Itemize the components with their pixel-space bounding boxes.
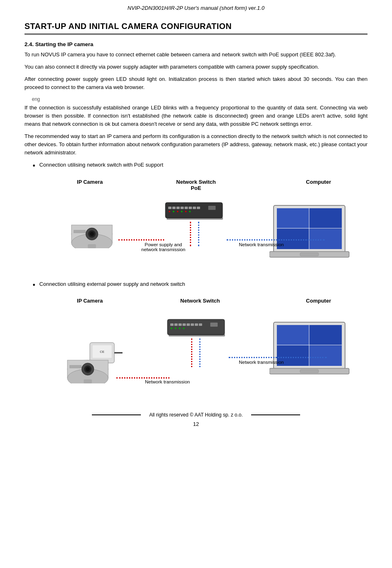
svg-point-13 <box>185 211 187 212</box>
svg-rect-4 <box>180 207 184 209</box>
dotted-line-switch-computer-1 <box>227 239 325 241</box>
bullet-dot-1: • <box>33 161 35 171</box>
diagram-2: IP Camera Network Switch Computer <box>41 298 351 396</box>
svg-point-61 <box>86 367 90 371</box>
footer-left-line <box>92 414 141 415</box>
svg-point-45 <box>175 327 176 329</box>
svg-rect-41 <box>191 323 194 326</box>
dotted-line-cam-switch-1 <box>118 239 164 241</box>
content-area: 2.4. Starting the IP camera To run NOVUS… <box>24 41 368 396</box>
dotted-switch-computer-2 <box>229 357 327 358</box>
eng-label: eng <box>32 96 40 102</box>
network-switch-poe-svg <box>163 199 225 222</box>
svg-rect-2 <box>172 207 176 209</box>
svg-rect-40 <box>187 323 190 326</box>
diagram2-network-trans-label1: Network transmission <box>229 360 294 365</box>
svg-rect-63 <box>84 379 92 383</box>
paragraph-1: To run NOVUS IP camera you have to conne… <box>24 51 368 59</box>
bullet-dot-2: • <box>33 280 35 290</box>
svg-rect-7 <box>193 207 196 209</box>
svg-rect-43 <box>199 323 202 326</box>
diagram1-switch-label: Network Switch PoE <box>167 179 225 191</box>
svg-rect-34 <box>300 253 318 256</box>
network-switch-svg-2 <box>165 316 227 339</box>
paragraph-2: You can also connect it directly via pow… <box>24 63 368 71</box>
diagram2-ip-camera-label: IP Camera <box>65 298 114 304</box>
svg-rect-28 <box>310 208 342 228</box>
svg-rect-67 <box>310 325 342 345</box>
svg-rect-24 <box>88 244 96 248</box>
svg-rect-37 <box>174 323 178 326</box>
computer-svg-1 <box>270 203 351 265</box>
computer-svg-2 <box>270 320 351 381</box>
svg-rect-49 <box>169 334 225 336</box>
svg-point-11 <box>177 211 178 212</box>
svg-rect-66 <box>277 325 309 345</box>
svg-rect-27 <box>277 208 309 228</box>
dotted-switch-down-2-blue <box>199 339 200 367</box>
bullet-text-2: Connection utilising external power supp… <box>39 280 185 288</box>
section-divider <box>24 33 368 35</box>
svg-point-22 <box>90 232 94 236</box>
svg-rect-8 <box>197 207 200 209</box>
ip-camera-svg-1 <box>65 220 118 248</box>
svg-rect-23 <box>74 230 86 233</box>
svg-rect-48 <box>210 323 218 327</box>
svg-point-12 <box>181 211 183 212</box>
svg-rect-3 <box>176 207 180 209</box>
paragraph-4: If the connection is successfully establ… <box>24 104 368 128</box>
page-header: NVIP-2DN3001H/IR-2P User's manual (short… <box>24 0 368 14</box>
svg-rect-16 <box>167 217 223 220</box>
bullet-item-1: • Connection utilising network switch wi… <box>33 161 368 171</box>
svg-point-46 <box>179 327 180 329</box>
diagram-1-container: IP Camera Network Switch PoE Computer <box>24 179 368 273</box>
svg-rect-1 <box>168 207 172 209</box>
svg-rect-0 <box>165 203 223 218</box>
svg-point-44 <box>171 327 172 329</box>
footer: All rights reserved © AAT Holding sp. z … <box>24 412 368 418</box>
bullet-item-2: • Connection utilising external power su… <box>33 280 368 290</box>
diagram2-computer-label: Computer <box>294 298 343 304</box>
svg-point-14 <box>189 211 191 212</box>
svg-text:CE: CE <box>100 350 104 354</box>
svg-rect-5 <box>185 207 188 209</box>
bullet-text-1: Connection utilising network switch with… <box>39 161 163 169</box>
section-title: START-UP AND INITIAL CAMERA CONFIGURATIO… <box>24 22 368 31</box>
dotted-line-switch-down-blue-1 <box>198 222 199 246</box>
page-number: 12 <box>24 421 368 427</box>
diagram2-network-trans-label2: Network transmission <box>135 379 200 384</box>
svg-point-10 <box>173 211 174 212</box>
diagram1-ip-camera-label: IP Camera <box>65 179 114 185</box>
diagram-2-container: IP Camera Network Switch Computer <box>24 298 368 396</box>
diagram1-network-trans-label: Network transmission <box>229 242 294 247</box>
diagram2-switch-label: Network Switch <box>172 298 229 304</box>
diagram1-power-label: Power supply and network transmission <box>131 242 196 252</box>
svg-rect-36 <box>170 323 174 326</box>
footer-right-line <box>251 414 300 415</box>
svg-rect-15 <box>208 206 216 210</box>
svg-rect-73 <box>300 370 318 373</box>
svg-point-9 <box>169 211 170 212</box>
svg-point-47 <box>183 327 185 329</box>
svg-rect-62 <box>69 365 82 368</box>
svg-rect-69 <box>310 346 342 366</box>
ip-camera-svg-2 <box>61 355 114 383</box>
paragraph-5: The recommended way to start an IP camer… <box>24 132 368 157</box>
paragraph-3: After connecting power supply green LED … <box>24 75 368 91</box>
svg-rect-38 <box>178 323 182 326</box>
svg-rect-39 <box>183 323 186 326</box>
subsection-title: 2.4. Starting the IP camera <box>24 41 368 47</box>
header-title: NVIP-2DN3001H/IR-2P User's manual (short… <box>127 5 264 11</box>
diagram-1: IP Camera Network Switch PoE Computer <box>41 179 351 273</box>
dotted-cam-switch-2 <box>116 377 169 379</box>
diagram1-computer-label: Computer <box>294 179 343 185</box>
svg-rect-42 <box>195 323 198 326</box>
svg-rect-6 <box>189 207 192 209</box>
footer-text: All rights reserved © AAT Holding sp. z … <box>149 412 243 418</box>
dotted-switch-down-2-red <box>191 339 192 367</box>
svg-rect-35 <box>167 319 225 335</box>
